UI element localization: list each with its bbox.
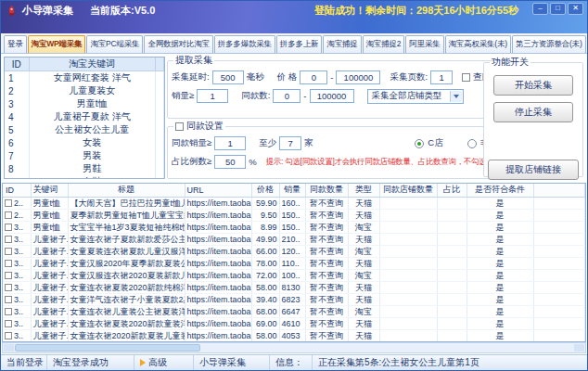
row-shop-count: [379, 305, 437, 317]
atleast-input[interactable]: [279, 136, 301, 150]
tab[interactable]: 淘宝高权采集(未): [445, 35, 511, 53]
result-row[interactable]: 3.. 儿童裙子.. 女童连衣裙儿童装公主裙夏装洋气202.. https://…: [3, 305, 585, 317]
stop-collect-button[interactable]: 停止采集: [493, 102, 573, 122]
start-collect-button[interactable]: 开始采集: [493, 75, 573, 96]
tab-label: 全网数据对比淘宝: [147, 39, 209, 48]
horizontal-scrollbar[interactable]: [2, 342, 586, 353]
scroll-left-arrow[interactable]: [4, 344, 14, 352]
row-id: 3..: [14, 259, 23, 268]
result-row[interactable]: 3.. 儿童裙子.. 女童连衣裙夏装2020新款纯棉洋气儿.. https://…: [3, 281, 585, 293]
row-keyword: 儿童裙子..: [31, 305, 68, 317]
row-checkbox[interactable]: [5, 284, 12, 291]
delay-input[interactable]: [212, 70, 244, 84]
row-checkbox[interactable]: [5, 332, 12, 339]
not-c-shop-radio[interactable]: [467, 139, 477, 148]
tab[interactable]: 淘宝WP端采集: [28, 35, 86, 53]
tab[interactable]: 拼多多上新: [276, 35, 323, 53]
chevron-down-icon: [450, 91, 462, 102]
tab[interactable]: 全网数据对比淘宝: [144, 35, 212, 53]
tab[interactable]: 拼多多爆款采集: [214, 35, 275, 53]
result-row[interactable]: 3.. 儿童裙子.. 女童汉服2020年夏季新款夏装公主裙.. https://…: [3, 257, 585, 269]
tab[interactable]: 第三方资源整合(未): [512, 35, 586, 53]
row-qualified: 是: [467, 293, 533, 305]
column-header[interactable]: 占比: [437, 184, 467, 197]
row-checkbox[interactable]: [5, 236, 12, 243]
check-same-checkbox[interactable]: [462, 73, 470, 82]
tab[interactable]: 淘宝捕捉: [323, 35, 361, 53]
tab[interactable]: 淘宝捕捉2: [363, 35, 405, 53]
column-header[interactable]: 价格: [251, 184, 279, 197]
ratio-input[interactable]: [214, 155, 246, 169]
row-id: 3..: [14, 283, 23, 292]
keyword-row[interactable]: 1 女童网红套装 洋气: [5, 71, 164, 85]
row-price: 58.00: [251, 329, 279, 341]
result-row[interactable]: 3.. 男童t恤 女宝宝半袖1岁3夏装短袖纯棉t恤女童.. https://it…: [3, 221, 585, 233]
column-header[interactable]: 同款数量: [305, 184, 348, 197]
row-shop-count: [379, 233, 437, 245]
column-header[interactable]: 是否符合条件: [467, 184, 533, 197]
keyword-row[interactable]: 2 儿童夏装女: [5, 84, 164, 97]
same-sales-input[interactable]: [214, 136, 246, 150]
result-row[interactable]: 3.. 儿童裙子.. 女童汉服连衣裙2020夏装新款儿童公.. https://…: [3, 269, 585, 281]
tab[interactable]: 淘宝PC端采集: [86, 35, 143, 53]
row-checkbox[interactable]: [5, 199, 12, 207]
price-max-input[interactable]: [336, 70, 380, 84]
keyword-row[interactable]: 5 公主裙女公主儿童: [5, 123, 164, 136]
c-shop-radio[interactable]: [415, 139, 424, 148]
row-checkbox[interactable]: [5, 308, 12, 315]
same-settings-checkbox[interactable]: [175, 122, 184, 131]
maximize-button[interactable]: □: [550, 3, 566, 15]
tab-label: 淘宝WP端采集: [32, 39, 83, 48]
same-max-input[interactable]: [310, 89, 354, 103]
row-ratio: [437, 257, 467, 269]
result-row[interactable]: 3.. 儿童裙子.. 女童连衣裙子夏款新款爱莎公主儿童蓬.. https://i…: [3, 233, 585, 245]
row-checkbox[interactable]: [5, 320, 12, 327]
column-header[interactable]: 同款店铺数量: [379, 184, 437, 197]
row-title: 夏季新款男童短袖T恤儿童宝宝纯棉上..: [68, 209, 185, 221]
result-row[interactable]: 3.. 儿童裙子.. 女童洋气连衣裙子小童装夏款2岁儿童.. https://i…: [3, 293, 585, 305]
keyword-row[interactable]: 9 女鞋: [5, 175, 164, 179]
keyword-row[interactable]: 7 男装: [5, 149, 164, 162]
scrollbar-thumb[interactable]: [15, 344, 200, 352]
row-qualified: 是: [467, 317, 533, 329]
window-controls: – □ ✕: [532, 3, 583, 15]
keyword-row[interactable]: 3 男童t恤: [5, 97, 164, 110]
minimize-button[interactable]: –: [532, 3, 548, 15]
result-row[interactable]: 3.. 儿童裙子.. 女童连衣裙2020新款夏装儿童装公主.. https://…: [3, 329, 585, 341]
column-header[interactable]: 关键词: [31, 184, 68, 197]
same-min-input[interactable]: [273, 89, 300, 103]
column-header[interactable]: URL: [185, 184, 251, 197]
column-header[interactable]: 销量: [279, 184, 305, 197]
row-checkbox[interactable]: [5, 272, 12, 279]
column-header[interactable]: ID: [3, 184, 31, 197]
column-header[interactable]: 类型: [348, 184, 379, 197]
tab[interactable]: 阿里采集: [405, 35, 443, 53]
shop-type-select[interactable]: 采集全部店铺类型: [367, 89, 464, 104]
row-checkbox[interactable]: [5, 260, 12, 267]
row-checkbox[interactable]: [5, 248, 12, 255]
tab[interactable]: 登录: [4, 35, 27, 53]
price-min-input[interactable]: [300, 70, 327, 84]
sales-input[interactable]: [197, 89, 228, 103]
result-row[interactable]: 2.. 男童t恤 【大闹天宫】巴拉巴拉男童t恤儿童t恤.. https://it…: [3, 197, 585, 209]
titlebar[interactable]: 小导弹采集 当前版本:V5.0 登陆成功！剩余时间：298天16小时16分55秒: [1, 1, 587, 18]
keyword-row[interactable]: 8 男鞋: [5, 162, 164, 175]
same-count-label: 同款数:: [241, 90, 270, 102]
row-checkbox[interactable]: [5, 224, 12, 231]
row-checkbox[interactable]: [5, 296, 12, 303]
result-row[interactable]: 2.. 男童t恤 夏季新款男童短袖T恤儿童宝宝纯棉上.. https://ite…: [3, 209, 585, 221]
close-button[interactable]: ✕: [568, 3, 583, 15]
extract-shop-links-button[interactable]: 提取店铺链接: [488, 160, 579, 180]
column-header[interactable]: 标题: [68, 184, 185, 197]
keyword-row[interactable]: 4 儿童裙子夏款 洋气: [5, 110, 164, 123]
scroll-right-arrow[interactable]: [574, 344, 584, 352]
row-same-count: 暂不查询: [305, 209, 348, 221]
row-checkbox[interactable]: [5, 211, 12, 219]
pages-input[interactable]: [430, 70, 453, 84]
row-shop-count: [379, 221, 437, 233]
keyword-row[interactable]: 6 女装: [5, 136, 164, 149]
result-row[interactable]: 3.. 儿童裙子.. 女童夏装连衣裙夏款儿童汉服洋气小女.. https://i…: [3, 245, 585, 257]
price-range-dash: -: [330, 72, 333, 83]
row-keyword: 儿童裙子..: [31, 257, 68, 269]
result-row[interactable]: 3.. 儿童裙子.. 女童连衣裙夏装2020新款童装洋气雪.. https://…: [3, 317, 585, 329]
